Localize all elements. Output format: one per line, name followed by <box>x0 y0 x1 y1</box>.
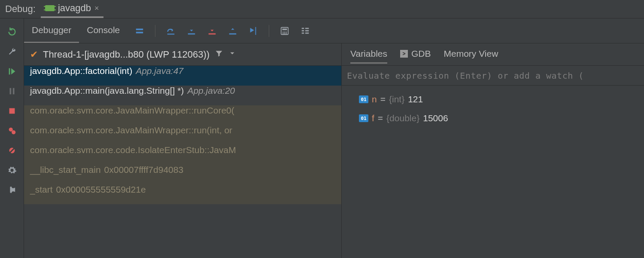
frame-location: 0x00007ffff7d94083 <box>104 165 184 175</box>
primitive-badge-icon: 01 <box>359 95 368 103</box>
svg-point-5 <box>12 130 15 134</box>
variables-panel: Variables > GDB Memory View Evaluate exp… <box>342 43 644 258</box>
variable-tabs: Variables > GDB Memory View <box>342 43 644 66</box>
frame-signature: com.oracle.svm.core.code.IsolateEnterStu… <box>30 145 236 155</box>
show-execution-point-icon[interactable] <box>134 26 145 36</box>
svg-rect-3 <box>9 108 15 114</box>
svg-point-20 <box>283 33 284 34</box>
variable-value: 121 <box>408 94 423 104</box>
svg-rect-13 <box>229 33 237 34</box>
svg-rect-2 <box>12 88 14 95</box>
svg-point-19 <box>286 31 287 33</box>
split-pane: ✔ Thread-1-[javagdb...b80 (LWP 112063)) … <box>24 43 644 258</box>
frame-location: 0x000055555559d21e <box>56 184 146 195</box>
variable-row[interactable]: 01f = {double} 15006 <box>342 109 644 128</box>
svg-point-17 <box>283 31 284 33</box>
stack-frame[interactable]: __libc_start_main 0x00007ffff7d94083 <box>24 165 341 184</box>
settings-icon[interactable] <box>6 165 18 176</box>
frame-signature: __libc_start_main <box>30 165 101 175</box>
variable-row[interactable]: 01n = {int} 121 <box>342 90 644 109</box>
svg-rect-27 <box>305 30 309 31</box>
svg-rect-26 <box>305 28 309 29</box>
session-name: javagdb <box>58 3 91 14</box>
main-area: Debugger Console <box>0 18 644 258</box>
evaluate-input[interactable]: Evaluate expression (Enter) or add a wat… <box>342 66 644 86</box>
frame-signature: com.oracle.svm.core.JavaMainWrapper::run… <box>30 125 232 135</box>
debug-sidebar <box>0 18 24 258</box>
svg-rect-25 <box>302 32 304 34</box>
variable-name: n <box>372 94 377 104</box>
tool-row: Debugger Console <box>24 18 644 43</box>
svg-point-22 <box>286 33 287 34</box>
svg-rect-16 <box>283 28 287 30</box>
wrench-icon[interactable] <box>6 46 18 57</box>
equals: = <box>380 94 386 104</box>
thread-selector[interactable]: ✔ Thread-1-[javagdb...b80 (LWP 112063)) <box>24 43 341 66</box>
resume-icon[interactable] <box>6 66 18 77</box>
frame-signature: javagdb.App::factorial(int) <box>30 66 132 76</box>
center-pane: Debugger Console <box>24 18 644 258</box>
svg-rect-8 <box>136 28 143 30</box>
breakpoints-icon[interactable] <box>6 125 18 136</box>
debug-tabbar: Debug: javagdb × <box>0 0 644 18</box>
frame-location: App.java:47 <box>136 66 183 76</box>
debug-label: Debug: <box>5 3 36 15</box>
thread-name: Thread-1-[javagdb...b80 (LWP 112063)) <box>43 49 210 60</box>
step-into-icon[interactable] <box>186 26 197 36</box>
svg-point-18 <box>284 31 286 33</box>
stack-frame[interactable]: com.oracle.svm.core.JavaMainWrapper::run… <box>24 125 341 145</box>
gdb-badge-icon: > <box>400 50 408 58</box>
pin-icon[interactable] <box>6 184 18 196</box>
chip-icon <box>45 5 55 11</box>
svg-rect-23 <box>302 28 304 29</box>
svg-rect-1 <box>9 88 11 95</box>
run-to-cursor-icon[interactable] <box>248 26 258 36</box>
trace-icon[interactable] <box>300 26 310 36</box>
tab-memory[interactable]: Memory View <box>444 49 498 64</box>
svg-point-21 <box>284 33 286 34</box>
variable-list: 01n = {int} 12101f = {double} 15006 <box>342 86 644 132</box>
svg-rect-12 <box>209 33 216 34</box>
pause-icon[interactable] <box>6 86 18 97</box>
stack-frame[interactable]: javagdb.App::factorial(int) App.java:47 <box>24 66 341 86</box>
frame-location: App.java:20 <box>187 86 235 96</box>
tab-gdb[interactable]: > GDB <box>400 49 431 64</box>
dropdown-icon[interactable] <box>228 49 236 59</box>
evaluate-expression-icon[interactable] <box>279 26 290 36</box>
force-step-into-icon[interactable] <box>207 26 217 36</box>
rerun-icon[interactable] <box>6 26 18 37</box>
step-icons <box>134 25 310 37</box>
variable-type: {double} <box>386 113 419 123</box>
frame-signature: com.oracle.svm.core.JavaMainWrapper::run… <box>30 105 234 116</box>
svg-rect-24 <box>302 30 304 31</box>
close-icon[interactable]: × <box>94 4 99 13</box>
tab-variables[interactable]: Variables <box>350 49 387 64</box>
frame-list: javagdb.App::factorial(int) App.java:47j… <box>24 66 341 258</box>
frame-signature: javagdb.App::main(java.lang.String[] *) <box>30 86 184 96</box>
svg-rect-9 <box>136 31 143 33</box>
tab-debugger[interactable]: Debugger <box>24 18 79 43</box>
variable-type: {int} <box>389 94 404 104</box>
session-tab[interactable]: javagdb × <box>41 0 103 18</box>
filter-icon[interactable] <box>215 49 223 60</box>
frames-panel: ✔ Thread-1-[javagdb...b80 (LWP 112063)) … <box>24 43 342 258</box>
separator <box>269 25 269 37</box>
step-out-icon[interactable] <box>228 26 238 36</box>
stack-frame[interactable]: com.oracle.svm.core.JavaMainWrapper::run… <box>24 105 341 125</box>
mute-breakpoints-icon[interactable] <box>6 145 18 156</box>
step-over-icon[interactable] <box>166 26 176 36</box>
stack-frame[interactable]: com.oracle.svm.core.code.IsolateEnterStu… <box>24 145 341 165</box>
primitive-badge-icon: 01 <box>359 114 368 122</box>
tab-console[interactable]: Console <box>79 18 128 43</box>
svg-rect-28 <box>305 32 309 34</box>
variable-value: 15006 <box>423 113 448 123</box>
stop-icon[interactable] <box>6 105 18 117</box>
svg-rect-11 <box>188 33 195 34</box>
svg-rect-0 <box>9 68 10 75</box>
separator <box>155 25 155 37</box>
stack-frame[interactable]: javagdb.App::main(java.lang.String[] *) … <box>24 86 341 105</box>
frame-signature: _start <box>30 184 53 195</box>
check-icon: ✔ <box>30 49 38 60</box>
tab-gdb-label: GDB <box>411 49 431 59</box>
stack-frame[interactable]: _start 0x000055555559d21e <box>24 184 341 204</box>
